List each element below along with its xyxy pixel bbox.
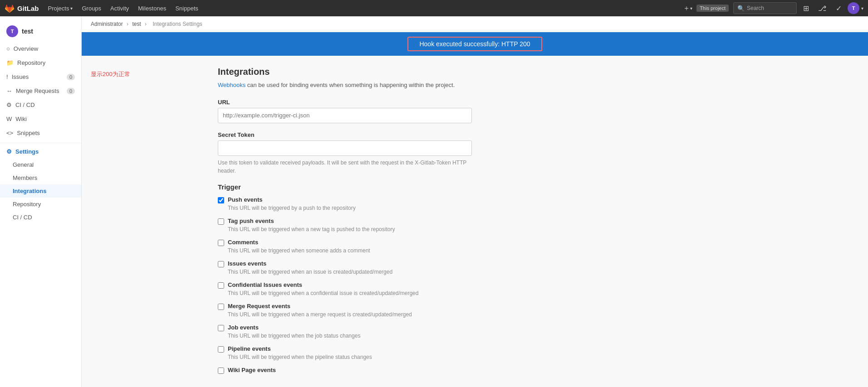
sidebar-item-ci-cd[interactable]: ⚙ CI / CD <box>0 98 81 112</box>
confidential-issues-events-row: Confidential Issues events <box>218 281 472 289</box>
merge-request-events-label: Merge Request events <box>228 303 290 310</box>
job-events-label: Job events <box>228 324 259 331</box>
sidebar-sub-item-general[interactable]: General <box>0 158 81 171</box>
user-avatar[interactable]: T <box>848 2 859 14</box>
pipeline-events-desc: This URL will be triggered when the pipe… <box>228 354 472 360</box>
nav-projects[interactable]: Projects ▾ <box>44 0 78 16</box>
sidebar-item-issues[interactable]: ! Issues 0 <box>0 70 81 84</box>
project-scope-badge: This project <box>696 5 729 12</box>
flash-message: Hook executed successfully: HTTP 200 <box>419 40 530 48</box>
sidebar-user: T test <box>0 21 81 42</box>
pipeline-events-label: Pipeline events <box>228 345 271 352</box>
snippets-icon: <> <box>6 130 13 136</box>
job-events-row: Job events <box>218 324 472 331</box>
sidebar-sub-item-repository[interactable]: Repository <box>0 198 81 211</box>
breadcrumb-current: Integrations Settings <box>152 21 202 27</box>
sidebar-item-label: CI / CD <box>15 102 35 108</box>
push-events-checkbox[interactable] <box>218 197 224 203</box>
breadcrumb-admin[interactable]: Administrator <box>91 21 123 27</box>
push-events-desc: This URL will be triggered by a push to … <box>228 205 472 211</box>
tag-push-events-label: Tag push events <box>228 218 274 224</box>
sidebar-item-label: Wiki <box>15 116 27 122</box>
breadcrumb-sep2: › <box>145 21 147 27</box>
issues-events-label: Issues events <box>228 260 266 267</box>
trigger-confidential-issues-events: Confidential Issues events This URL will… <box>218 281 472 296</box>
sidebar-item-settings[interactable]: ⚙ Settings <box>0 145 81 158</box>
confidential-issues-events-checkbox[interactable] <box>218 282 224 289</box>
comments-checkbox[interactable] <box>218 240 224 246</box>
tag-push-events-desc: This URL will be triggered when a new ta… <box>228 226 472 232</box>
issues-icon-btn[interactable]: ✓ <box>831 1 846 15</box>
url-section: URL <box>218 99 472 123</box>
wiki-icon: W <box>6 116 12 122</box>
trigger-issues-events: Issues events This URL will be triggered… <box>218 260 472 275</box>
content-area: 显示200为正常 Integrations Webhooks can be us… <box>82 56 868 387</box>
sidebar-sub-item-integrations[interactable]: Integrations <box>0 184 81 198</box>
sidebar-user-avatar: T <box>6 25 18 37</box>
pipeline-events-checkbox[interactable] <box>218 346 224 353</box>
sidebar-item-label: Repository <box>17 59 45 66</box>
navbar: GitLab Projects ▾ Groups Activity Milest… <box>0 0 868 16</box>
layout-icon-btn[interactable]: ⊞ <box>799 1 813 15</box>
trigger-title: Trigger <box>218 183 472 191</box>
search-box[interactable]: 🔍 Search <box>733 2 797 14</box>
breadcrumb-sep1: › <box>127 21 128 27</box>
nav-snippets[interactable]: Snippets <box>171 0 203 16</box>
tag-push-events-row: Tag push events <box>218 218 472 225</box>
settings-section: ⚙ Settings General Members Integrations … <box>0 143 81 224</box>
comments-row: Comments <box>218 239 472 246</box>
secret-token-input[interactable] <box>218 140 472 156</box>
nav-groups[interactable]: Groups <box>77 0 106 16</box>
sidebar-item-repository[interactable]: 📁 Repository <box>0 56 81 70</box>
wiki-page-events-row: Wiki Page events <box>218 367 472 374</box>
settings-icon: ⚙ <box>6 148 12 155</box>
navbar-right: ＋▾ This project 🔍 Search ⊞ ⎇ ✓ T ▾ <box>680 1 863 15</box>
merge-request-events-desc: This URL will be triggered when a merge … <box>228 311 472 318</box>
url-label: URL <box>218 99 472 106</box>
trigger-pipeline-events: Pipeline events This URL will be trigger… <box>218 345 472 360</box>
nav-activity[interactable]: Activity <box>106 0 133 16</box>
gitlab-logo-icon <box>5 3 15 13</box>
sidebar-sub-item-ci-cd[interactable]: CI / CD <box>0 211 81 224</box>
sidebar-item-overview[interactable]: ○ Overview <box>0 42 81 56</box>
tag-push-events-checkbox[interactable] <box>218 218 224 225</box>
page-wrapper: T test ○ Overview 📁 Repository ! Issues … <box>0 16 868 387</box>
plus-icon-btn[interactable]: ＋▾ <box>680 1 695 15</box>
webhooks-link[interactable]: Webhooks <box>218 82 245 88</box>
repository-icon: 📁 <box>6 59 14 66</box>
merge-request-events-checkbox[interactable] <box>218 304 224 310</box>
sidebar-item-snippets[interactable]: <> Snippets <box>0 126 81 140</box>
confidential-issues-events-label: Confidential Issues events <box>228 281 302 288</box>
breadcrumb-test[interactable]: test <box>132 21 141 27</box>
sidebar-item-label: Overview <box>14 45 38 52</box>
sidebar-item-wiki[interactable]: W Wiki <box>0 112 81 126</box>
gitlab-label: GitLab <box>17 5 39 12</box>
chevron-down-icon: ▾ <box>70 6 73 11</box>
wiki-page-events-checkbox[interactable] <box>218 368 224 374</box>
trigger-merge-request-events: Merge Request events This URL will be tr… <box>218 303 472 318</box>
url-input[interactable] <box>218 108 472 123</box>
issues-badge: 0 <box>67 74 75 80</box>
sidebar-item-merge-requests[interactable]: ↔ Merge Requests 0 <box>0 84 81 98</box>
flash-notice: Hook executed successfully: HTTP 200 <box>82 32 868 56</box>
issues-events-checkbox[interactable] <box>218 261 224 267</box>
section-desc: Webhooks can be used for binding events … <box>218 81 472 90</box>
trigger-tag-push-events: Tag push events This URL will be trigger… <box>218 218 472 232</box>
integrations-title: Integrations <box>218 67 472 77</box>
user-chevron-icon: ▾ <box>861 6 863 11</box>
nav-milestones[interactable]: Milestones <box>133 0 171 16</box>
navbar-brand[interactable]: GitLab <box>5 3 39 13</box>
merge-request-icon-btn[interactable]: ⎇ <box>815 1 829 15</box>
pipeline-events-row: Pipeline events <box>218 345 472 353</box>
merge-request-events-row: Merge Request events <box>218 303 472 310</box>
job-events-checkbox[interactable] <box>218 325 224 331</box>
secret-token-label: Secret Token <box>218 131 472 138</box>
issues-events-row: Issues events <box>218 260 472 267</box>
breadcrumb: Administrator › test › Integrations Sett… <box>82 16 868 32</box>
job-events-desc: This URL will be triggered when the job … <box>228 333 472 339</box>
sidebar-sub-item-members[interactable]: Members <box>0 171 81 184</box>
issues-icon: ! <box>6 73 8 80</box>
trigger-wiki-page-events: Wiki Page events <box>218 367 472 374</box>
overview-icon: ○ <box>6 45 10 52</box>
main-content: Administrator › test › Integrations Sett… <box>82 16 868 387</box>
